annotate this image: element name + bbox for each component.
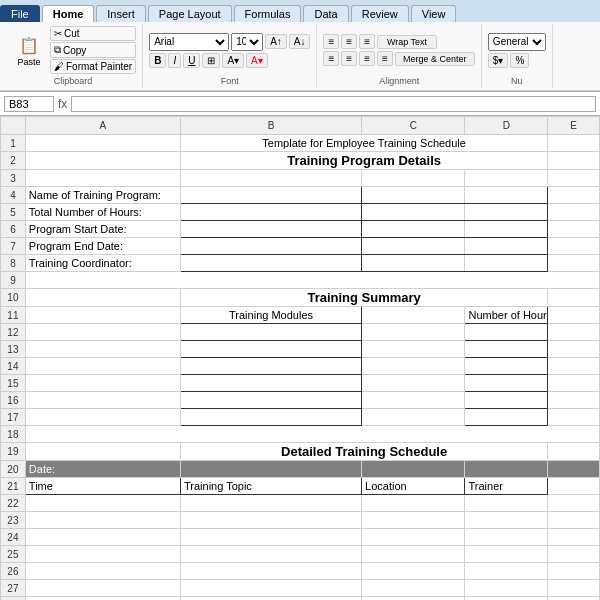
cell-d24[interactable] [465, 529, 548, 546]
cell-reference-input[interactable] [4, 96, 54, 112]
cell-a24[interactable] [25, 529, 180, 546]
align-center-button[interactable]: ≡ [341, 51, 357, 66]
cell-a16[interactable] [25, 392, 180, 409]
font-grow-button[interactable]: A↑ [265, 34, 287, 49]
cell-b14[interactable] [181, 358, 362, 375]
cell-e1[interactable] [548, 135, 600, 152]
cell-e19[interactable] [548, 443, 600, 461]
cell-d25[interactable] [465, 546, 548, 563]
cell-b8[interactable] [181, 255, 362, 272]
cell-e12[interactable] [548, 324, 600, 341]
wrap-text-button[interactable]: Wrap Text [377, 35, 437, 49]
cell-a25[interactable] [25, 546, 180, 563]
cell-c24[interactable] [362, 529, 465, 546]
cell-c14[interactable] [362, 358, 465, 375]
font-size-select[interactable]: 10 [231, 33, 263, 51]
cell-b17[interactable] [181, 409, 362, 426]
cell-d8[interactable] [465, 255, 548, 272]
cell-c26[interactable] [362, 563, 465, 580]
cell-a15[interactable] [25, 375, 180, 392]
cell-a11[interactable] [25, 307, 180, 324]
cell-c23[interactable] [362, 512, 465, 529]
cell-b16[interactable] [181, 392, 362, 409]
cell-b4[interactable] [181, 187, 362, 204]
cell-b15[interactable] [181, 375, 362, 392]
tab-page-layout[interactable]: Page Layout [148, 5, 232, 22]
cell-e4[interactable] [548, 187, 600, 204]
cell-c3[interactable] [362, 170, 465, 187]
cell-b6[interactable] [181, 221, 362, 238]
cell-c4[interactable] [362, 187, 465, 204]
cell-e14[interactable] [548, 358, 600, 375]
format-painter-button[interactable]: 🖌 Format Painter [50, 59, 136, 74]
cell-c13[interactable] [362, 341, 465, 358]
col-header-e[interactable]: E [548, 117, 600, 135]
cut-button[interactable]: ✂ Cut [50, 26, 136, 41]
cell-a7[interactable]: Program End Date: [25, 238, 180, 255]
cell-c8[interactable] [362, 255, 465, 272]
cell-d12[interactable] [465, 324, 548, 341]
cell-e7[interactable] [548, 238, 600, 255]
cell-b18[interactable] [25, 426, 599, 443]
tab-home[interactable]: Home [42, 5, 95, 22]
cell-b13[interactable] [181, 341, 362, 358]
font-name-select[interactable]: Arial [149, 33, 229, 51]
cell-b10[interactable]: Training Summary [181, 289, 548, 307]
cell-e23[interactable] [548, 512, 600, 529]
cell-c11[interactable] [362, 307, 465, 324]
cell-e10[interactable] [548, 289, 600, 307]
cell-a17[interactable] [25, 409, 180, 426]
cell-b28[interactable] [181, 597, 362, 601]
fill-color-button[interactable]: A▾ [222, 53, 244, 68]
cell-c22[interactable] [362, 495, 465, 512]
cell-a23[interactable] [25, 512, 180, 529]
cell-b2[interactable]: Training Program Details [181, 152, 548, 170]
cell-e28[interactable] [548, 597, 600, 601]
cell-d13[interactable] [465, 341, 548, 358]
cell-c28[interactable] [362, 597, 465, 601]
cell-d5[interactable] [465, 204, 548, 221]
cell-b27[interactable] [181, 580, 362, 597]
cell-d16[interactable] [465, 392, 548, 409]
cell-b11[interactable]: Training Modules [181, 307, 362, 324]
font-shrink-button[interactable]: A↓ [289, 34, 311, 49]
cell-e22[interactable] [548, 495, 600, 512]
number-format-select[interactable]: General [488, 33, 546, 51]
cell-d20[interactable] [465, 461, 548, 478]
cell-b20[interactable] [181, 461, 362, 478]
col-header-b[interactable]: B [181, 117, 362, 135]
cell-e11[interactable] [548, 307, 600, 324]
cell-e27[interactable] [548, 580, 600, 597]
cell-b9[interactable] [25, 272, 599, 289]
align-left-button[interactable]: ≡ [323, 51, 339, 66]
cell-b22[interactable] [181, 495, 362, 512]
cell-b1[interactable]: Template for Employee Training Schedule [181, 135, 548, 152]
cell-e15[interactable] [548, 375, 600, 392]
cell-c16[interactable] [362, 392, 465, 409]
cell-b19[interactable]: Detailed Training Schedule [181, 443, 548, 461]
cell-a28[interactable] [25, 597, 180, 601]
copy-button[interactable]: ⧉ Copy [50, 42, 136, 58]
tab-file[interactable]: File [0, 5, 40, 22]
cell-a14[interactable] [25, 358, 180, 375]
cell-a5[interactable]: Total Number of Hours: [25, 204, 180, 221]
cell-a8[interactable]: Training Coordinator: [25, 255, 180, 272]
cell-d26[interactable] [465, 563, 548, 580]
currency-button[interactable]: $▾ [488, 53, 509, 68]
cell-b24[interactable] [181, 529, 362, 546]
align-top-center-button[interactable]: ≡ [341, 34, 357, 49]
cell-e3[interactable] [548, 170, 600, 187]
cell-a21[interactable]: Time [25, 478, 180, 495]
cell-a10[interactable] [25, 289, 180, 307]
cell-c20[interactable] [362, 461, 465, 478]
percent-button[interactable]: % [510, 53, 529, 68]
cell-b7[interactable] [181, 238, 362, 255]
cell-b3[interactable] [181, 170, 362, 187]
cell-b23[interactable] [181, 512, 362, 529]
cell-d17[interactable] [465, 409, 548, 426]
cell-a22[interactable] [25, 495, 180, 512]
cell-a20[interactable]: Date: [25, 461, 180, 478]
cell-e8[interactable] [548, 255, 600, 272]
align-top-right-button[interactable]: ≡ [359, 34, 375, 49]
tab-review[interactable]: Review [351, 5, 409, 22]
